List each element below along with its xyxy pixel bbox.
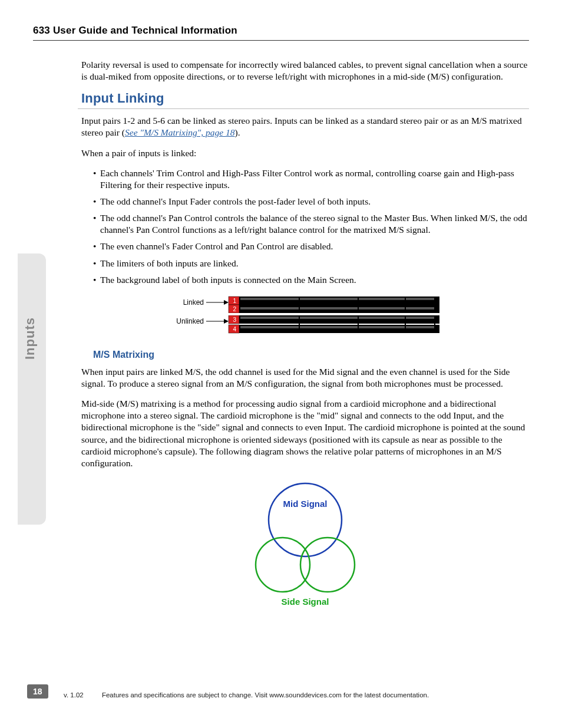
ms-paragraph-2: Mid-side (M/S) matrixing is a method for… [81,398,529,469]
meter-row-num: 1 [233,298,236,304]
meter-row-num: 2 [233,306,236,312]
section-divider [78,108,529,109]
meter-diagram: 1 2 3 4 [158,295,452,338]
page-number-badge: 18 [27,684,48,699]
svg-marker-17 [224,300,229,305]
page-footer: v. 1.02 Features and specifications are … [64,691,429,699]
ms-matrixing-heading: M/S Matrixing [93,350,529,360]
footer-note: Features and specifications are subject … [102,691,429,699]
svg-marker-19 [224,319,229,324]
meter-row-num: 4 [233,326,236,332]
list-item: The even channel's Fader Control and Pan… [93,241,529,252]
meter-row-num: 3 [233,317,236,323]
sidebar-tab [18,253,46,525]
page-content: Polarity reversal is used to compensate … [81,59,529,610]
linking-intro-b: ). [235,127,240,137]
list-item: The limiters of both inputs are linked. [93,258,529,269]
linked-label: Linked [183,298,204,307]
list-item: Each channels' Trim Control and High-Pas… [93,167,529,191]
linking-intro-paragraph: Input pairs 1-2 and 5-6 can be linked as… [81,115,529,139]
ms-matrixing-link[interactable]: See "M/S Matrixing", page 18 [125,127,235,137]
list-item: The odd channel's Pan Control controls t… [93,212,529,236]
svg-point-22 [256,538,310,592]
footer-version: v. 1.02 [64,691,84,699]
ms-paragraph-1: When input pairs are linked M/S, the odd… [81,366,529,390]
svg-rect-20 [227,313,441,315]
polar-pattern-diagram: Mid Signal Side Signal [199,477,411,610]
unlinked-label: Unlinked [176,317,204,325]
polarity-paragraph: Polarity reversal is used to compensate … [81,59,529,83]
header-title: 633 User Guide and Technical Information [33,25,529,37]
list-item: The background label of both inputs is c… [93,274,529,286]
sidebar-section-label: Inputs [22,317,38,360]
linking-bullet-list: Each channels' Trim Control and High-Pas… [93,167,529,286]
svg-point-23 [300,538,355,592]
list-item: The odd channel's Input Fader controls t… [93,196,529,207]
linking-when-paragraph: When a pair of inputs is linked: [81,147,529,159]
mid-signal-label: Mid Signal [283,499,328,509]
page-header: 633 User Guide and Technical Information [33,25,529,41]
side-signal-label: Side Signal [282,597,329,607]
input-linking-heading: Input Linking [81,91,529,106]
svg-point-21 [269,483,342,556]
